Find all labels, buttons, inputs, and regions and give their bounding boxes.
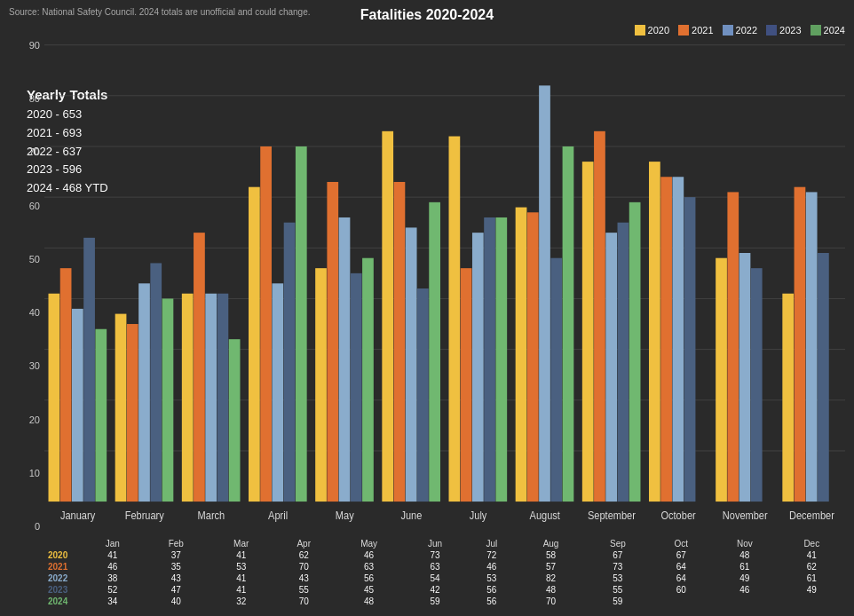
bar-2021-April: [260, 146, 272, 501]
table-cell: 64: [652, 573, 712, 584]
bar-2021-August: [527, 212, 539, 501]
table-cell: 45: [334, 584, 404, 596]
table-cell: 62: [779, 561, 845, 573]
table-cell: 62: [273, 549, 334, 561]
table-cell: 67: [652, 549, 712, 561]
table-header-month: Nov: [711, 538, 778, 549]
table-cell: 41: [82, 549, 144, 561]
bar-2022-September: [605, 233, 617, 501]
table-cell: 61: [711, 561, 778, 573]
bar-2020-September: [582, 162, 594, 501]
legend-color-2022: [723, 25, 733, 36]
table-cell: 38: [82, 573, 144, 584]
bar-2023-December: [818, 253, 829, 501]
legend-item-2021: 2021: [678, 25, 713, 36]
table-cell: 46: [82, 561, 144, 573]
bar-2024-September: [629, 202, 641, 501]
bar-2020-May: [315, 268, 327, 501]
table-cell: 43: [144, 573, 209, 584]
bar-2021-December: [795, 187, 806, 501]
table-cell: 58: [518, 549, 584, 561]
y-axis-label: 60: [9, 201, 40, 211]
month-label: May: [336, 509, 354, 522]
bar-2020-March: [182, 294, 194, 501]
y-axis-label: 80: [9, 93, 40, 104]
table-row-2020: 2020413741624673725867674841: [44, 549, 845, 561]
legend-color-2020: [635, 25, 645, 36]
table-header-month: Dec: [779, 538, 845, 549]
month-label: July: [470, 509, 487, 522]
legend-label-2024: 2024: [824, 25, 845, 36]
table-year-label: 2021: [44, 561, 82, 573]
table-cell: 67: [584, 549, 651, 561]
bar-2022-March: [205, 294, 217, 501]
bar-2020-June: [382, 131, 393, 501]
bar-2022-January: [72, 309, 83, 501]
table-cell: 56: [466, 596, 518, 607]
bar-2021-February: [127, 324, 138, 501]
legend-item-2024: 2024: [811, 25, 845, 36]
y-axis-label: 0: [9, 521, 40, 532]
table-cell: 34: [82, 596, 144, 607]
bar-2021-January: [60, 268, 72, 501]
table-header-month: May: [334, 538, 404, 549]
table-cell: [652, 596, 712, 607]
legend: 20202021202220232024: [635, 25, 845, 36]
table-year-label: 2024: [44, 596, 82, 607]
table-cell: 73: [404, 549, 466, 561]
table-header-month: Oct: [652, 538, 712, 549]
table-cell: 54: [404, 573, 466, 584]
table-cell: 70: [273, 596, 334, 607]
legend-color-2023: [766, 25, 777, 36]
bar-2023-November: [751, 268, 763, 501]
month-label: June: [400, 509, 422, 522]
table-cell: 61: [779, 573, 845, 584]
table-header-month: Jan: [82, 538, 144, 549]
chart-container: Source: National Safety Council. 2024 to…: [0, 0, 854, 616]
y-axis-label: 20: [9, 415, 40, 425]
data-table: JanFebMarAprMayJunJulAugSepOctNovDec2020…: [44, 538, 845, 616]
table-cell: 52: [82, 584, 144, 596]
table-header-month: Apr: [273, 538, 334, 549]
table-header-month: Sep: [584, 538, 651, 549]
y-axis-label: 90: [9, 40, 40, 51]
bar-2021-March: [194, 233, 205, 501]
table-header-month: Jun: [404, 538, 466, 549]
table-row-2022: 2022384341435654538253644961: [44, 573, 845, 584]
bar-2022-December: [806, 192, 818, 501]
bar-2023-January: [83, 238, 95, 501]
bar-2020-January: [49, 294, 60, 501]
month-label: April: [268, 509, 288, 522]
table-cell: 49: [779, 584, 845, 596]
table-cell: 57: [518, 561, 584, 573]
legend-color-2021: [678, 25, 689, 36]
table-cell: 46: [334, 549, 404, 561]
y-axis-labels: 9080706050403020100: [9, 40, 40, 532]
table-year-label: 2020: [44, 549, 82, 561]
legend-label-2022: 2022: [736, 25, 757, 36]
chart-title: Fatalities 2020-2024: [0, 7, 854, 23]
month-label: September: [588, 509, 636, 522]
bar-2023-April: [284, 223, 296, 501]
bar-2023-June: [417, 288, 429, 501]
bar-2023-September: [618, 223, 629, 501]
table-cell: [779, 596, 845, 607]
bar-2023-May: [351, 273, 362, 501]
table-cell: 82: [518, 573, 584, 584]
chart-area: JanuaryFebruaryMarchAprilMayJuneJulyAugu…: [44, 40, 845, 532]
table-cell: 72: [466, 549, 518, 561]
bar-2022-May: [339, 217, 351, 501]
y-axis-label: 50: [9, 254, 40, 265]
table-cell: 37: [144, 549, 209, 561]
legend-label-2021: 2021: [692, 25, 713, 36]
bar-2024-August: [563, 146, 574, 501]
bar-2023-July: [484, 217, 495, 501]
table-header-month: Feb: [144, 538, 209, 549]
legend-item-2022: 2022: [723, 25, 757, 36]
bar-2022-April: [272, 283, 283, 501]
bar-2022-February: [138, 283, 150, 501]
table-cell: 48: [334, 596, 404, 607]
legend-label-2023: 2023: [779, 25, 801, 36]
bar-2024-July: [495, 217, 507, 501]
bar-2021-October: [660, 177, 672, 501]
